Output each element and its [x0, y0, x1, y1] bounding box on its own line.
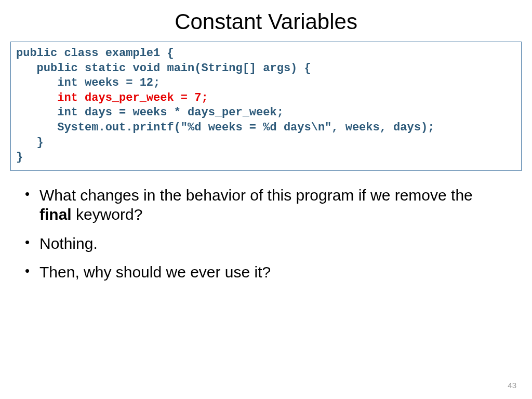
- code-line: System.out.printf("%d weeks = %d days\n"…: [16, 121, 516, 136]
- bullet-item: What changes in the behavior of this pro…: [21, 185, 499, 224]
- bullet-item: Then, why should we ever use it?: [21, 262, 499, 282]
- code-line: public class example1 {: [16, 46, 516, 61]
- code-line: }: [16, 150, 516, 165]
- code-line: }: [16, 136, 516, 151]
- code-line: int days = weeks * days_per_week;: [16, 105, 516, 121]
- code-line: int weeks = 12;: [16, 76, 516, 91]
- code-block: public class example1 { public static vo…: [10, 42, 522, 171]
- bullet-bold: final: [39, 206, 72, 223]
- code-line-highlighted: int days_per_week = 7;: [16, 91, 516, 106]
- bullet-text: keyword?: [72, 206, 143, 223]
- bullet-list: What changes in the behavior of this pro…: [0, 185, 532, 282]
- code-line: public static void main(String[] args) {: [16, 61, 516, 76]
- page-number: 43: [508, 381, 516, 390]
- bullet-item: Nothing.: [21, 234, 499, 254]
- slide-title: Constant Variables: [0, 0, 532, 42]
- bullet-text: What changes in the behavior of this pro…: [39, 187, 473, 204]
